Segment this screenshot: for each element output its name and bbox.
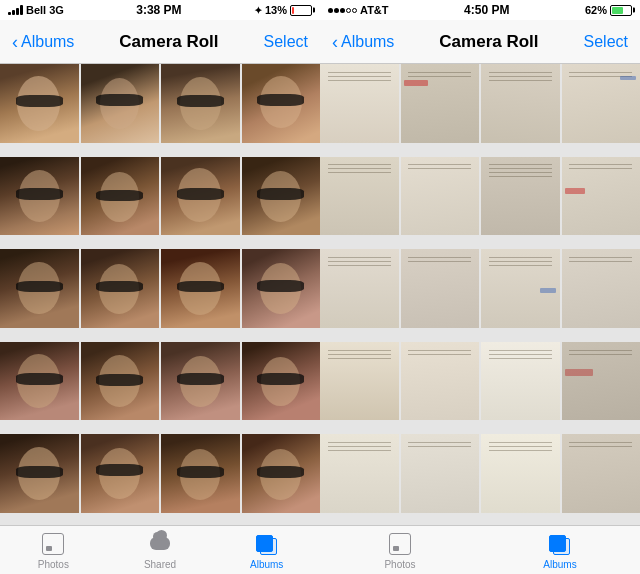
photo-cell[interactable]	[81, 434, 160, 513]
photo-cell[interactable]	[401, 157, 480, 236]
photo-cell[interactable]	[161, 157, 240, 236]
photo-cell[interactable]	[242, 249, 321, 328]
photo-cell[interactable]	[242, 64, 321, 143]
photo-thumb	[0, 157, 79, 236]
left-carrier: Bell	[26, 4, 46, 16]
photo-cell[interactable]	[161, 249, 240, 328]
photo-thumb	[81, 64, 160, 143]
photo-thumb	[562, 434, 641, 513]
photo-cell[interactable]	[481, 434, 560, 513]
right-select-button[interactable]: Select	[584, 33, 628, 51]
photo-cell[interactable]	[81, 249, 160, 328]
photo-thumb	[81, 342, 160, 421]
photo-thumb	[401, 342, 480, 421]
photo-cell[interactable]	[0, 249, 79, 328]
photo-cell[interactable]	[562, 157, 641, 236]
right-tab-albums[interactable]: Albums	[480, 526, 640, 574]
photo-cell[interactable]	[161, 64, 240, 143]
photo-thumb	[562, 342, 641, 421]
glasses-overlay	[257, 94, 304, 106]
albums-tab-icon	[254, 531, 280, 557]
photo-cell[interactable]	[320, 342, 399, 421]
photo-cell[interactable]	[401, 434, 480, 513]
photos-tab-icon	[40, 531, 66, 557]
right-signal-dots	[328, 8, 357, 13]
photo-thumb	[161, 249, 240, 328]
left-status-right: ✦ 13%	[254, 4, 312, 16]
albums-icon	[549, 533, 571, 555]
photo-cell[interactable]	[81, 64, 160, 143]
photos-icon	[389, 533, 411, 555]
photo-cell[interactable]	[562, 249, 641, 328]
photo-thumb	[242, 64, 321, 143]
photo-thumb	[481, 342, 560, 421]
photo-thumb	[320, 157, 399, 236]
photo-cell[interactable]	[401, 249, 480, 328]
right-status-left: AT&T	[328, 4, 389, 16]
photos-tab-icon	[387, 531, 413, 557]
right-battery-percent: 62%	[585, 4, 607, 16]
left-tab-photos[interactable]: Photos	[0, 526, 107, 574]
glasses-overlay	[96, 374, 143, 386]
photo-cell[interactable]	[0, 64, 79, 143]
photo-cell[interactable]	[401, 342, 480, 421]
glasses-overlay	[16, 373, 63, 385]
left-tab-albums[interactable]: Albums	[213, 526, 320, 574]
photo-cell[interactable]	[81, 157, 160, 236]
right-tab-photos[interactable]: Photos	[320, 526, 480, 574]
right-back-button[interactable]: ‹ Albums	[332, 33, 394, 51]
photo-cell[interactable]	[242, 434, 321, 513]
photo-cell[interactable]	[0, 157, 79, 236]
left-battery-icon	[290, 5, 312, 16]
photo-cell[interactable]	[481, 64, 560, 143]
left-network: 3G	[49, 4, 64, 16]
left-battery-fill	[292, 7, 294, 14]
photo-cell[interactable]	[0, 342, 79, 421]
photo-cell[interactable]	[481, 342, 560, 421]
photo-cell[interactable]	[562, 342, 641, 421]
photo-thumb	[242, 157, 321, 236]
photo-thumb	[161, 157, 240, 236]
doc-lines	[328, 72, 391, 135]
left-select-button[interactable]: Select	[264, 33, 308, 51]
left-tab-shared[interactable]: Shared	[107, 526, 214, 574]
photo-cell[interactable]	[320, 64, 399, 143]
photo-cell[interactable]	[562, 434, 641, 513]
photo-cell[interactable]	[320, 434, 399, 513]
left-signal-bars	[8, 5, 23, 15]
left-back-label: Albums	[21, 33, 74, 51]
right-photo-grid	[320, 64, 640, 525]
shared-tab-icon	[147, 531, 173, 557]
photo-cell[interactable]	[481, 157, 560, 236]
photo-thumb	[242, 342, 321, 421]
photo-cell[interactable]	[0, 434, 79, 513]
left-back-chevron-icon: ‹	[12, 33, 18, 51]
photo-thumb	[562, 249, 641, 328]
right-tab-bar: Photos Albums	[320, 525, 640, 574]
doc-lines	[489, 164, 552, 227]
photo-cell[interactable]	[562, 64, 641, 143]
right-battery-fill	[612, 7, 623, 14]
glasses-overlay	[96, 281, 143, 293]
photo-cell[interactable]	[401, 64, 480, 143]
cloud-shape	[150, 537, 170, 550]
photo-cell[interactable]	[481, 249, 560, 328]
photo-cell[interactable]	[81, 342, 160, 421]
doc-lines	[569, 72, 632, 135]
photo-cell[interactable]	[320, 157, 399, 236]
photo-thumb	[401, 64, 480, 143]
right-photos-label: Photos	[384, 559, 415, 570]
glasses-overlay	[16, 188, 63, 200]
albums-tab-icon	[547, 531, 573, 557]
photo-cell[interactable]	[161, 342, 240, 421]
photos-icon	[42, 533, 64, 555]
doc-lines	[328, 350, 391, 413]
photo-cell[interactable]	[242, 157, 321, 236]
glasses-overlay	[16, 281, 63, 293]
photo-thumb	[320, 64, 399, 143]
photo-cell[interactable]	[161, 434, 240, 513]
photo-cell[interactable]	[320, 249, 399, 328]
photo-cell[interactable]	[242, 342, 321, 421]
right-status-bar: AT&T 4:50 PM 62%	[320, 0, 640, 20]
left-back-button[interactable]: ‹ Albums	[12, 33, 74, 51]
